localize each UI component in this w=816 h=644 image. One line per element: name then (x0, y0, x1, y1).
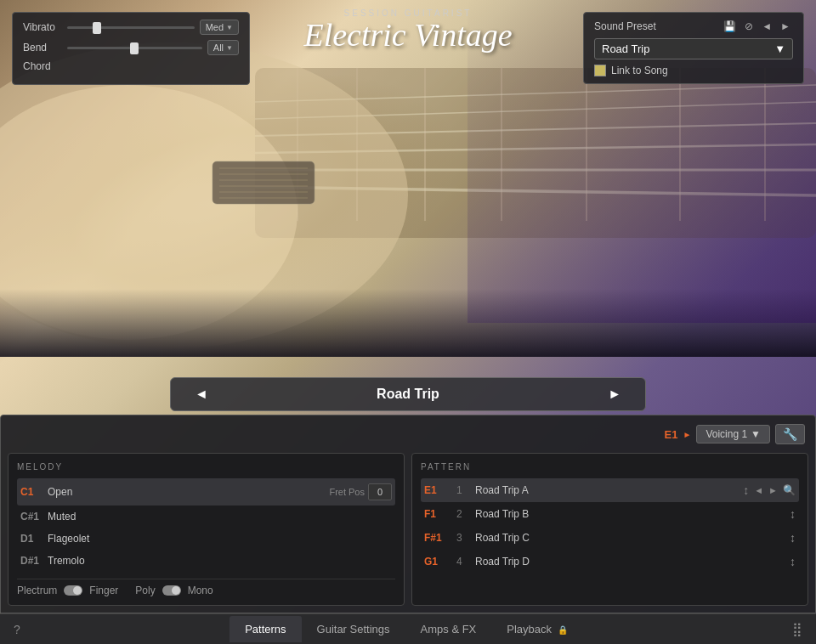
melody-technique-c1: Open (48, 486, 329, 498)
preset-dropdown[interactable]: Road Trip ▼ (594, 38, 793, 59)
pattern-name-a: Road Trip A (475, 484, 738, 496)
bend-slider-thumb[interactable] (130, 42, 139, 54)
bend-dropdown-arrow: ▼ (226, 44, 233, 52)
vibrato-label: Vibrato (23, 21, 62, 33)
tab-bar: ? Patterns Guitar Settings Amps & FX Pla… (0, 613, 816, 644)
melody-note-d1s: D#1 (20, 555, 48, 567)
pattern-note-f1: F1 (424, 508, 451, 520)
next-arrow-e1[interactable]: ► (768, 485, 778, 495)
vibrato-dropdown-arrow: ▼ (226, 24, 233, 31)
melody-footer: Plectrum Finger Poly Mono (17, 579, 395, 596)
link-to-song-label: Link to Song (611, 65, 668, 76)
voicing-button[interactable]: Voicing 1 ▼ (696, 425, 770, 443)
header-title: SESSION GUITARIST Electric Vintage (303, 8, 512, 54)
preset-dropdown-arrow: ▼ (774, 42, 785, 55)
top-left-panel: Vibrato Med ▼ Bend All ▼ Chord (12, 12, 250, 85)
pattern-icons-f1: ↕ (790, 507, 796, 521)
plectrum-finger-toggle[interactable] (64, 585, 82, 596)
melody-note-c1: C1 (20, 486, 48, 498)
pattern-icons-e1: ↕ ◄ ► 🔍 (743, 483, 796, 497)
mixer-button[interactable]: ⣿ (785, 618, 809, 641)
panels-row: MELODY C1 Open Fret Pos C#1 Muted (8, 453, 808, 606)
poly-toggle-dot[interactable] (162, 585, 181, 596)
vibrato-slider-thumb[interactable] (93, 22, 101, 34)
road-trip-bar: ◄ Road Trip ► (170, 377, 646, 411)
sort-icon-f1[interactable]: ↕ (790, 507, 796, 521)
road-trip-prev-button[interactable]: ◄ (188, 385, 215, 404)
search-icon-e1[interactable]: 🔍 (783, 484, 796, 496)
pattern-number-3: 3 (456, 532, 470, 544)
mono-label: Mono (188, 585, 213, 596)
vibrato-row: Vibrato Med ▼ (23, 20, 239, 35)
melody-row-c1s[interactable]: C#1 Muted (17, 506, 395, 528)
link-to-song-checkbox[interactable] (594, 65, 606, 76)
fret-pos-label: Fret Pos (329, 487, 365, 497)
sort-icon-f1s[interactable]: ↕ (790, 531, 796, 545)
help-button[interactable]: ? (7, 619, 27, 640)
play-icon[interactable]: ► (683, 430, 692, 439)
pattern-number-1: 1 (456, 484, 470, 496)
melody-technique-c1s: Muted (48, 511, 392, 523)
road-trip-next-button[interactable]: ► (601, 385, 628, 404)
prev-arrow-e1[interactable]: ◄ (754, 485, 763, 495)
voicing-arrow: ▼ (751, 428, 761, 440)
save-preset-button[interactable]: 💾 (721, 20, 739, 33)
wrench-button[interactable]: 🔧 (775, 424, 805, 444)
fret-pos-input[interactable] (368, 483, 392, 500)
pattern-row-f1[interactable]: F1 2 Road Trip B ↕ (421, 502, 799, 526)
melody-technique-d1s: Tremolo (48, 555, 392, 567)
next-preset-button[interactable]: ► (778, 20, 793, 33)
melody-panel: MELODY C1 Open Fret Pos C#1 Muted (8, 453, 405, 606)
melody-row-d1[interactable]: D1 Flageolet (17, 528, 395, 550)
voicing-label: Voicing 1 (706, 428, 747, 440)
main-container: Vibrato Med ▼ Bend All ▼ Chord SE (0, 0, 816, 644)
pattern-note-e1: E1 (424, 484, 451, 496)
melody-row-d1s[interactable]: D#1 Tremolo (17, 550, 395, 572)
e1-label: E1 (665, 428, 678, 441)
melody-note-c1s: C#1 (20, 511, 48, 523)
tab-patterns[interactable]: Patterns (230, 616, 301, 642)
pattern-row-f1s[interactable]: F#1 3 Road Trip C ↕ (421, 526, 799, 550)
vibrato-dropdown[interactable]: Med ▼ (200, 20, 239, 35)
tab-guitar-settings[interactable]: Guitar Settings (302, 616, 405, 642)
pattern-row-g1[interactable]: G1 4 Road Trip D ↕ (421, 550, 799, 573)
pattern-icons-g1: ↕ (790, 555, 796, 568)
pattern-number-2: 2 (456, 508, 470, 520)
pattern-name-c: Road Trip C (475, 532, 785, 544)
top-controls-bar: E1 ► Voicing 1 ▼ 🔧 (8, 422, 808, 446)
melody-note-d1: D1 (20, 533, 48, 545)
electric-vintage-title: Electric Vintage (303, 18, 512, 54)
pattern-panel-title: PATTERN (421, 462, 799, 472)
top-right-panel: Sound Preset 💾 ⊘ ◄ ► Road Trip ▼ Link to… (583, 12, 804, 84)
playback-lock-icon: 🔒 (558, 625, 568, 635)
poly-label: Poly (135, 585, 155, 596)
vibrato-slider-track[interactable] (67, 26, 195, 29)
pattern-note-f1s: F#1 (424, 532, 451, 544)
pattern-icons-f1s: ↕ (790, 531, 796, 545)
pattern-name-d: Road Trip D (475, 556, 785, 568)
bend-row: Bend All ▼ (23, 40, 239, 55)
tab-playback[interactable]: Playback 🔒 (491, 616, 582, 642)
melody-row-c1[interactable]: C1 Open Fret Pos (17, 478, 395, 506)
road-trip-title: Road Trip (232, 387, 584, 402)
pattern-number-4: 4 (456, 556, 470, 568)
poly-mono-toggle[interactable] (162, 585, 181, 596)
pattern-panel: PATTERN E1 1 Road Trip A ↕ ◄ ► 🔍 (411, 453, 808, 606)
preset-name: Road Trip (602, 42, 649, 55)
pattern-row-e1[interactable]: E1 1 Road Trip A ↕ ◄ ► 🔍 (421, 478, 799, 502)
link-to-song-row: Link to Song (594, 65, 793, 76)
finger-label: Finger (89, 585, 118, 596)
cancel-preset-button[interactable]: ⊘ (742, 20, 756, 33)
melody-technique-d1: Flageolet (48, 533, 392, 545)
tab-amps-fx[interactable]: Amps & FX (405, 616, 492, 642)
plectrum-toggle-dot[interactable] (64, 585, 82, 596)
bend-label: Bend (23, 42, 62, 54)
prev-preset-button[interactable]: ◄ (759, 20, 774, 33)
bend-slider-track[interactable] (67, 47, 202, 49)
bend-dropdown[interactable]: All ▼ (207, 40, 239, 55)
chord-row: Chord (23, 60, 239, 72)
plectrum-label: Plectrum (17, 585, 57, 596)
sort-icon-g1[interactable]: ↕ (790, 555, 796, 568)
chord-label: Chord (23, 60, 62, 72)
sort-icon-e1[interactable]: ↕ (743, 483, 749, 497)
